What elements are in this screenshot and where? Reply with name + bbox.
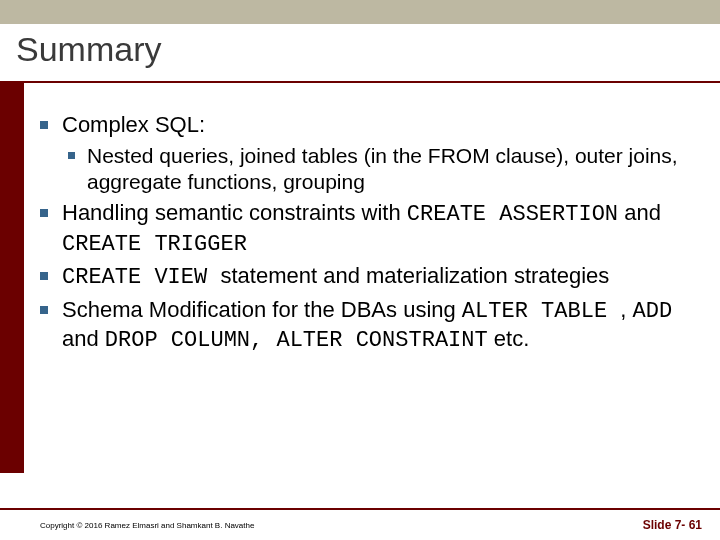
list-item: Complex SQL: Nested queries, joined tabl…	[40, 111, 680, 195]
bullet-text: Complex SQL:	[62, 111, 205, 139]
square-bullet-icon	[40, 272, 48, 280]
top-bar	[0, 0, 720, 24]
square-bullet-icon	[40, 306, 48, 314]
text-fragment: Handling semantic constraints with	[62, 200, 407, 225]
code-fragment: CREATE VIEW	[62, 265, 220, 290]
bullet-text: Nested queries, joined tables (in the FR…	[87, 143, 680, 196]
code-fragment: ALTER TABLE	[462, 299, 620, 324]
content-area: Complex SQL: Nested queries, joined tabl…	[0, 83, 720, 355]
text-fragment: and	[618, 200, 661, 225]
square-bullet-icon	[40, 209, 48, 217]
text-fragment: etc.	[488, 326, 530, 351]
bullet-text: CREATE VIEW statement and materializatio…	[62, 262, 609, 292]
text-fragment: and	[62, 326, 105, 351]
footer: Copyright © 2016 Ramez Elmasri and Shamk…	[0, 508, 720, 540]
copyright-text: Copyright © 2016 Ramez Elmasri and Shamk…	[40, 521, 254, 530]
left-accent-bar	[0, 83, 24, 473]
slide-number: Slide 7- 61	[643, 518, 702, 532]
square-bullet-icon	[40, 121, 48, 129]
text-fragment: statement and materialization strategies	[220, 263, 609, 288]
list-item: Nested queries, joined tables (in the FR…	[68, 143, 680, 196]
bullet-list: Complex SQL: Nested queries, joined tabl…	[40, 83, 720, 355]
page-title: Summary	[16, 30, 704, 69]
list-item: Handling semantic constraints with CREAT…	[40, 199, 680, 258]
bullet-text: Schema Modification for the DBAs using A…	[62, 296, 680, 355]
text-fragment: Schema Modification for the DBAs using	[62, 297, 462, 322]
list-item: CREATE VIEW statement and materializatio…	[40, 262, 680, 292]
text-fragment: ,	[620, 297, 632, 322]
bullet-text: Handling semantic constraints with CREAT…	[62, 199, 680, 258]
code-fragment: CREATE TRIGGER	[62, 232, 247, 257]
code-fragment: ADD	[633, 299, 673, 324]
list-item: Schema Modification for the DBAs using A…	[40, 296, 680, 355]
square-bullet-icon	[68, 152, 75, 159]
title-area: Summary	[0, 24, 720, 77]
code-fragment: DROP COLUMN, ALTER CONSTRAINT	[105, 328, 488, 353]
code-fragment: CREATE ASSERTION	[407, 202, 618, 227]
